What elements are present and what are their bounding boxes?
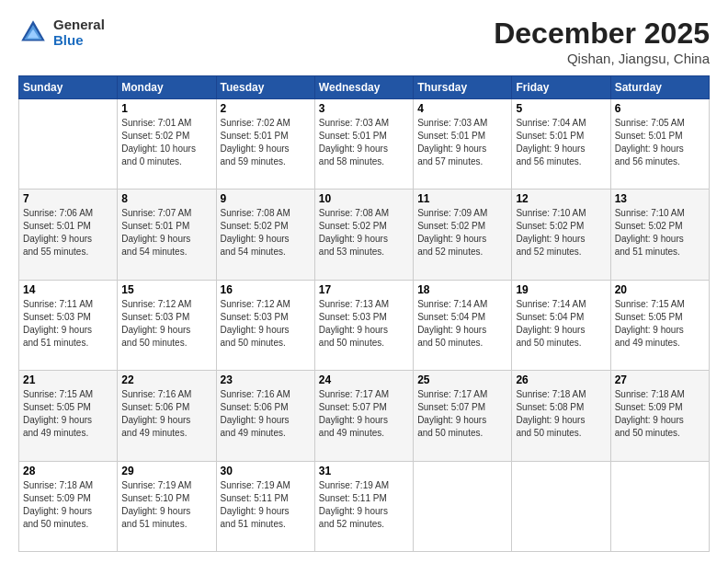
- day-number: 23: [221, 373, 311, 386]
- day-cell: 18Sunrise: 7:14 AMSunset: 5:04 PMDayligh…: [414, 280, 512, 370]
- day-number: 21: [23, 373, 113, 386]
- day-number: 20: [615, 283, 705, 296]
- day-cell: 16Sunrise: 7:12 AMSunset: 5:03 PMDayligh…: [216, 280, 314, 370]
- day-info: Sunrise: 7:03 AMSunset: 5:01 PMDaylight:…: [417, 117, 507, 168]
- day-number: 25: [417, 373, 507, 386]
- day-cell: [512, 461, 610, 551]
- day-number: 19: [516, 283, 606, 296]
- day-cell: 1Sunrise: 7:01 AMSunset: 5:02 PMDaylight…: [118, 99, 216, 190]
- day-number: 27: [615, 373, 705, 386]
- day-info: Sunrise: 7:02 AMSunset: 5:01 PMDaylight:…: [221, 117, 311, 168]
- day-info: Sunrise: 7:10 AMSunset: 5:02 PMDaylight:…: [516, 207, 606, 259]
- day-cell: 2Sunrise: 7:02 AMSunset: 5:01 PMDaylight…: [216, 99, 314, 190]
- day-info: Sunrise: 7:16 AMSunset: 5:06 PMDaylight:…: [121, 388, 211, 440]
- day-info: Sunrise: 7:18 AMSunset: 5:08 PMDaylight:…: [516, 388, 606, 440]
- day-cell: 30Sunrise: 7:19 AMSunset: 5:11 PMDayligh…: [216, 461, 314, 551]
- day-number: 14: [23, 283, 113, 296]
- day-number: 12: [516, 192, 606, 205]
- day-number: 24: [319, 373, 409, 386]
- day-cell: 3Sunrise: 7:03 AMSunset: 5:01 PMDaylight…: [314, 99, 413, 190]
- day-number: 16: [221, 283, 311, 296]
- day-cell: [414, 461, 512, 551]
- location: Qishan, Jiangsu, China: [494, 51, 710, 66]
- weekday-header-sunday: Sunday: [19, 76, 118, 99]
- weekday-header-wednesday: Wednesday: [314, 76, 413, 99]
- day-info: Sunrise: 7:01 AMSunset: 5:02 PMDaylight:…: [121, 117, 211, 168]
- day-number: 11: [417, 192, 507, 205]
- title-block: December 2025 Qishan, Jiangsu, China: [494, 17, 710, 66]
- logo-general: General: [53, 17, 105, 32]
- day-cell: 23Sunrise: 7:16 AMSunset: 5:06 PMDayligh…: [216, 371, 314, 461]
- day-number: 13: [615, 192, 705, 205]
- day-info: Sunrise: 7:14 AMSunset: 5:04 PMDaylight:…: [516, 298, 606, 350]
- day-number: 18: [417, 283, 507, 296]
- day-info: Sunrise: 7:10 AMSunset: 5:02 PMDaylight:…: [615, 207, 705, 259]
- logo-text: General Blue: [53, 17, 105, 49]
- logo-blue: Blue: [53, 32, 84, 48]
- day-cell: 26Sunrise: 7:18 AMSunset: 5:08 PMDayligh…: [512, 371, 610, 461]
- day-cell: 8Sunrise: 7:07 AMSunset: 5:01 PMDaylight…: [118, 190, 216, 280]
- day-info: Sunrise: 7:13 AMSunset: 5:03 PMDaylight:…: [319, 298, 409, 350]
- day-number: 17: [319, 283, 409, 296]
- day-info: Sunrise: 7:14 AMSunset: 5:04 PMDaylight:…: [417, 298, 507, 350]
- day-cell: 25Sunrise: 7:17 AMSunset: 5:07 PMDayligh…: [414, 371, 512, 461]
- day-number: 29: [121, 465, 211, 477]
- day-info: Sunrise: 7:03 AMSunset: 5:01 PMDaylight:…: [319, 117, 409, 168]
- day-cell: 11Sunrise: 7:09 AMSunset: 5:02 PMDayligh…: [414, 190, 512, 280]
- day-cell: [610, 461, 709, 551]
- weekday-header-saturday: Saturday: [610, 76, 709, 99]
- day-info: Sunrise: 7:18 AMSunset: 5:09 PMDaylight:…: [615, 388, 705, 440]
- day-info: Sunrise: 7:09 AMSunset: 5:02 PMDaylight:…: [417, 207, 507, 259]
- day-info: Sunrise: 7:08 AMSunset: 5:02 PMDaylight:…: [319, 207, 409, 259]
- day-info: Sunrise: 7:04 AMSunset: 5:01 PMDaylight:…: [516, 117, 606, 168]
- day-cell: 4Sunrise: 7:03 AMSunset: 5:01 PMDaylight…: [414, 99, 512, 190]
- day-cell: 7Sunrise: 7:06 AMSunset: 5:01 PMDaylight…: [19, 190, 118, 280]
- day-number: 8: [121, 192, 211, 205]
- day-number: 3: [319, 102, 409, 115]
- week-row-0: 1Sunrise: 7:01 AMSunset: 5:02 PMDaylight…: [19, 99, 710, 190]
- day-number: 31: [319, 465, 409, 477]
- day-info: Sunrise: 7:08 AMSunset: 5:02 PMDaylight:…: [221, 207, 311, 259]
- day-info: Sunrise: 7:16 AMSunset: 5:06 PMDaylight:…: [221, 388, 311, 440]
- page-header: General Blue December 2025 Qishan, Jiang…: [18, 17, 710, 66]
- week-row-2: 14Sunrise: 7:11 AMSunset: 5:03 PMDayligh…: [19, 280, 710, 370]
- day-number: 4: [417, 102, 507, 115]
- day-info: Sunrise: 7:19 AMSunset: 5:10 PMDaylight:…: [121, 479, 211, 531]
- weekday-header-monday: Monday: [118, 76, 216, 99]
- day-cell: 19Sunrise: 7:14 AMSunset: 5:04 PMDayligh…: [512, 280, 610, 370]
- day-number: 28: [23, 465, 113, 477]
- logo-icon: [18, 17, 48, 47]
- day-number: 15: [121, 283, 211, 296]
- day-info: Sunrise: 7:07 AMSunset: 5:01 PMDaylight:…: [121, 207, 211, 259]
- day-cell: 9Sunrise: 7:08 AMSunset: 5:02 PMDaylight…: [216, 190, 314, 280]
- week-row-4: 28Sunrise: 7:18 AMSunset: 5:09 PMDayligh…: [19, 461, 710, 551]
- day-cell: 20Sunrise: 7:15 AMSunset: 5:05 PMDayligh…: [610, 280, 709, 370]
- day-cell: 5Sunrise: 7:04 AMSunset: 5:01 PMDaylight…: [512, 99, 610, 190]
- day-number: 26: [516, 373, 606, 386]
- day-cell: 24Sunrise: 7:17 AMSunset: 5:07 PMDayligh…: [314, 371, 413, 461]
- day-info: Sunrise: 7:05 AMSunset: 5:01 PMDaylight:…: [615, 117, 705, 168]
- day-number: 10: [319, 192, 409, 205]
- day-number: 6: [615, 102, 705, 115]
- calendar: SundayMondayTuesdayWednesdayThursdayFrid…: [18, 75, 710, 552]
- day-cell: 31Sunrise: 7:19 AMSunset: 5:11 PMDayligh…: [314, 461, 413, 551]
- day-cell: 6Sunrise: 7:05 AMSunset: 5:01 PMDaylight…: [610, 99, 709, 190]
- day-info: Sunrise: 7:19 AMSunset: 5:11 PMDaylight:…: [319, 479, 409, 531]
- weekday-header-row: SundayMondayTuesdayWednesdayThursdayFrid…: [19, 76, 710, 99]
- month-title: December 2025: [494, 17, 710, 51]
- week-row-1: 7Sunrise: 7:06 AMSunset: 5:01 PMDaylight…: [19, 190, 710, 280]
- day-info: Sunrise: 7:11 AMSunset: 5:03 PMDaylight:…: [23, 298, 113, 350]
- week-row-3: 21Sunrise: 7:15 AMSunset: 5:05 PMDayligh…: [19, 371, 710, 461]
- day-cell: 22Sunrise: 7:16 AMSunset: 5:06 PMDayligh…: [118, 371, 216, 461]
- day-number: 30: [221, 465, 311, 477]
- day-number: 5: [516, 102, 606, 115]
- day-cell: 13Sunrise: 7:10 AMSunset: 5:02 PMDayligh…: [610, 190, 709, 280]
- day-info: Sunrise: 7:06 AMSunset: 5:01 PMDaylight:…: [23, 207, 113, 259]
- day-number: 9: [221, 192, 311, 205]
- day-info: Sunrise: 7:15 AMSunset: 5:05 PMDaylight:…: [23, 388, 113, 440]
- day-info: Sunrise: 7:17 AMSunset: 5:07 PMDaylight:…: [319, 388, 409, 440]
- day-number: 1: [121, 102, 211, 115]
- day-cell: 14Sunrise: 7:11 AMSunset: 5:03 PMDayligh…: [19, 280, 118, 370]
- day-cell: 10Sunrise: 7:08 AMSunset: 5:02 PMDayligh…: [314, 190, 413, 280]
- weekday-header-tuesday: Tuesday: [216, 76, 314, 99]
